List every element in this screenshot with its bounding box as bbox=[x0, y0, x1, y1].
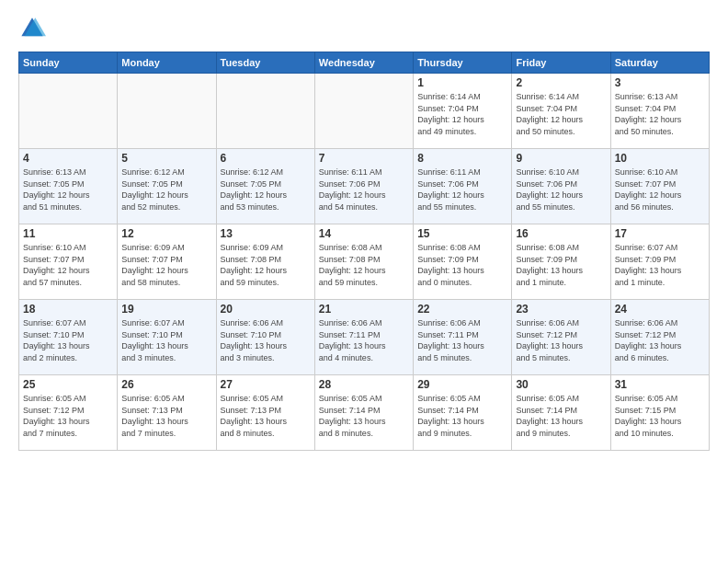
day-info: Sunrise: 6:05 AM Sunset: 7:14 PM Dayligh… bbox=[417, 393, 507, 439]
calendar-cell: 22Sunrise: 6:06 AM Sunset: 7:11 PM Dayli… bbox=[414, 300, 512, 375]
day-number: 11 bbox=[23, 227, 113, 240]
day-info: Sunrise: 6:06 AM Sunset: 7:10 PM Dayligh… bbox=[221, 317, 311, 363]
day-number: 12 bbox=[121, 227, 211, 240]
day-info: Sunrise: 6:05 AM Sunset: 7:12 PM Dayligh… bbox=[23, 393, 113, 439]
calendar-cell: 18Sunrise: 6:07 AM Sunset: 7:10 PM Dayli… bbox=[19, 300, 118, 375]
day-info: Sunrise: 6:14 AM Sunset: 7:04 PM Dayligh… bbox=[417, 91, 507, 137]
day-info: Sunrise: 6:06 AM Sunset: 7:11 PM Dayligh… bbox=[417, 317, 507, 363]
calendar-cell: 13Sunrise: 6:09 AM Sunset: 7:08 PM Dayli… bbox=[216, 224, 314, 300]
day-number: 19 bbox=[121, 303, 211, 316]
calendar-cell: 17Sunrise: 6:07 AM Sunset: 7:09 PM Dayli… bbox=[610, 224, 709, 300]
day-number: 7 bbox=[319, 152, 409, 165]
day-info: Sunrise: 6:10 AM Sunset: 7:07 PM Dayligh… bbox=[23, 242, 113, 288]
calendar-week-row: 25Sunrise: 6:05 AM Sunset: 7:12 PM Dayli… bbox=[19, 375, 710, 451]
day-number: 2 bbox=[516, 76, 606, 89]
day-info: Sunrise: 6:08 AM Sunset: 7:09 PM Dayligh… bbox=[516, 242, 606, 288]
day-number: 31 bbox=[615, 378, 705, 391]
calendar-day-header: Sunday bbox=[19, 52, 118, 74]
day-info: Sunrise: 6:13 AM Sunset: 7:05 PM Dayligh… bbox=[23, 167, 113, 213]
calendar-cell: 27Sunrise: 6:05 AM Sunset: 7:13 PM Dayli… bbox=[216, 375, 314, 451]
calendar-week-row: 4Sunrise: 6:13 AM Sunset: 7:05 PM Daylig… bbox=[19, 149, 710, 224]
calendar-week-row: 1Sunrise: 6:14 AM Sunset: 7:04 PM Daylig… bbox=[19, 74, 710, 149]
day-number: 17 bbox=[615, 227, 705, 240]
day-info: Sunrise: 6:05 AM Sunset: 7:13 PM Dayligh… bbox=[221, 393, 311, 439]
calendar-cell: 10Sunrise: 6:10 AM Sunset: 7:07 PM Dayli… bbox=[610, 149, 709, 224]
calendar-cell: 24Sunrise: 6:06 AM Sunset: 7:12 PM Dayli… bbox=[610, 300, 709, 375]
day-info: Sunrise: 6:07 AM Sunset: 7:10 PM Dayligh… bbox=[121, 317, 211, 363]
day-number: 26 bbox=[121, 378, 211, 391]
day-info: Sunrise: 6:06 AM Sunset: 7:11 PM Dayligh… bbox=[319, 317, 409, 363]
calendar-day-header: Monday bbox=[118, 52, 216, 74]
day-number: 3 bbox=[615, 76, 705, 89]
day-number: 8 bbox=[417, 152, 507, 165]
day-info: Sunrise: 6:07 AM Sunset: 7:09 PM Dayligh… bbox=[615, 242, 705, 288]
logo-icon bbox=[18, 15, 46, 42]
calendar-day-header: Saturday bbox=[610, 52, 709, 74]
day-info: Sunrise: 6:12 AM Sunset: 7:05 PM Dayligh… bbox=[121, 167, 211, 213]
day-number: 15 bbox=[417, 227, 507, 240]
calendar-cell: 29Sunrise: 6:05 AM Sunset: 7:14 PM Dayli… bbox=[414, 375, 512, 451]
day-info: Sunrise: 6:12 AM Sunset: 7:05 PM Dayligh… bbox=[221, 167, 311, 213]
calendar-cell: 9Sunrise: 6:10 AM Sunset: 7:06 PM Daylig… bbox=[512, 149, 610, 224]
calendar-cell: 8Sunrise: 6:11 AM Sunset: 7:06 PM Daylig… bbox=[414, 149, 512, 224]
day-info: Sunrise: 6:06 AM Sunset: 7:12 PM Dayligh… bbox=[615, 317, 705, 363]
calendar-week-row: 18Sunrise: 6:07 AM Sunset: 7:10 PM Dayli… bbox=[19, 300, 710, 375]
calendar-cell: 16Sunrise: 6:08 AM Sunset: 7:09 PM Dayli… bbox=[512, 224, 610, 300]
day-info: Sunrise: 6:05 AM Sunset: 7:13 PM Dayligh… bbox=[121, 393, 211, 439]
calendar-cell: 23Sunrise: 6:06 AM Sunset: 7:12 PM Dayli… bbox=[512, 300, 610, 375]
day-number: 4 bbox=[23, 152, 113, 165]
day-number: 24 bbox=[615, 303, 705, 316]
calendar-cell: 1Sunrise: 6:14 AM Sunset: 7:04 PM Daylig… bbox=[414, 74, 512, 149]
day-number: 1 bbox=[417, 76, 507, 89]
day-number: 6 bbox=[221, 152, 311, 165]
day-info: Sunrise: 6:07 AM Sunset: 7:10 PM Dayligh… bbox=[23, 317, 113, 363]
day-info: Sunrise: 6:05 AM Sunset: 7:14 PM Dayligh… bbox=[319, 393, 409, 439]
day-number: 28 bbox=[319, 378, 409, 391]
calendar-cell: 28Sunrise: 6:05 AM Sunset: 7:14 PM Dayli… bbox=[314, 375, 413, 451]
calendar-header-row: SundayMondayTuesdayWednesdayThursdayFrid… bbox=[19, 52, 710, 74]
day-info: Sunrise: 6:05 AM Sunset: 7:15 PM Dayligh… bbox=[615, 393, 705, 439]
calendar-cell: 26Sunrise: 6:05 AM Sunset: 7:13 PM Dayli… bbox=[118, 375, 216, 451]
calendar-day-header: Friday bbox=[512, 52, 610, 74]
day-info: Sunrise: 6:06 AM Sunset: 7:12 PM Dayligh… bbox=[516, 317, 606, 363]
day-number: 16 bbox=[516, 227, 606, 240]
calendar-cell: 15Sunrise: 6:08 AM Sunset: 7:09 PM Dayli… bbox=[414, 224, 512, 300]
calendar-cell bbox=[19, 74, 118, 149]
calendar-cell bbox=[118, 74, 216, 149]
day-number: 29 bbox=[417, 378, 507, 391]
calendar-cell: 11Sunrise: 6:10 AM Sunset: 7:07 PM Dayli… bbox=[19, 224, 118, 300]
calendar-cell: 31Sunrise: 6:05 AM Sunset: 7:15 PM Dayli… bbox=[610, 375, 709, 451]
calendar-cell: 20Sunrise: 6:06 AM Sunset: 7:10 PM Dayli… bbox=[216, 300, 314, 375]
day-info: Sunrise: 6:14 AM Sunset: 7:04 PM Dayligh… bbox=[516, 91, 606, 137]
day-number: 18 bbox=[23, 303, 113, 316]
calendar-cell: 30Sunrise: 6:05 AM Sunset: 7:14 PM Dayli… bbox=[512, 375, 610, 451]
day-info: Sunrise: 6:10 AM Sunset: 7:06 PM Dayligh… bbox=[516, 167, 606, 213]
calendar-week-row: 11Sunrise: 6:10 AM Sunset: 7:07 PM Dayli… bbox=[19, 224, 710, 300]
calendar-cell: 21Sunrise: 6:06 AM Sunset: 7:11 PM Dayli… bbox=[314, 300, 413, 375]
calendar-cell: 5Sunrise: 6:12 AM Sunset: 7:05 PM Daylig… bbox=[118, 149, 216, 224]
page: SundayMondayTuesdayWednesdayThursdayFrid… bbox=[0, 0, 728, 563]
day-number: 20 bbox=[221, 303, 311, 316]
calendar-cell: 25Sunrise: 6:05 AM Sunset: 7:12 PM Dayli… bbox=[19, 375, 118, 451]
calendar-cell: 3Sunrise: 6:13 AM Sunset: 7:04 PM Daylig… bbox=[610, 74, 709, 149]
day-info: Sunrise: 6:09 AM Sunset: 7:08 PM Dayligh… bbox=[221, 242, 311, 288]
day-number: 22 bbox=[417, 303, 507, 316]
day-number: 23 bbox=[516, 303, 606, 316]
day-info: Sunrise: 6:13 AM Sunset: 7:04 PM Dayligh… bbox=[615, 91, 705, 137]
logo bbox=[18, 15, 50, 42]
day-number: 13 bbox=[221, 227, 311, 240]
day-info: Sunrise: 6:08 AM Sunset: 7:08 PM Dayligh… bbox=[319, 242, 409, 288]
calendar-cell bbox=[314, 74, 413, 149]
calendar-cell: 19Sunrise: 6:07 AM Sunset: 7:10 PM Dayli… bbox=[118, 300, 216, 375]
day-number: 21 bbox=[319, 303, 409, 316]
day-number: 14 bbox=[319, 227, 409, 240]
calendar-cell: 14Sunrise: 6:08 AM Sunset: 7:08 PM Dayli… bbox=[314, 224, 413, 300]
calendar-cell: 12Sunrise: 6:09 AM Sunset: 7:07 PM Dayli… bbox=[118, 224, 216, 300]
day-number: 25 bbox=[23, 378, 113, 391]
calendar-day-header: Tuesday bbox=[216, 52, 314, 74]
calendar-day-header: Wednesday bbox=[314, 52, 413, 74]
day-info: Sunrise: 6:11 AM Sunset: 7:06 PM Dayligh… bbox=[319, 167, 409, 213]
calendar-cell bbox=[216, 74, 314, 149]
header bbox=[18, 15, 710, 42]
day-info: Sunrise: 6:10 AM Sunset: 7:07 PM Dayligh… bbox=[615, 167, 705, 213]
